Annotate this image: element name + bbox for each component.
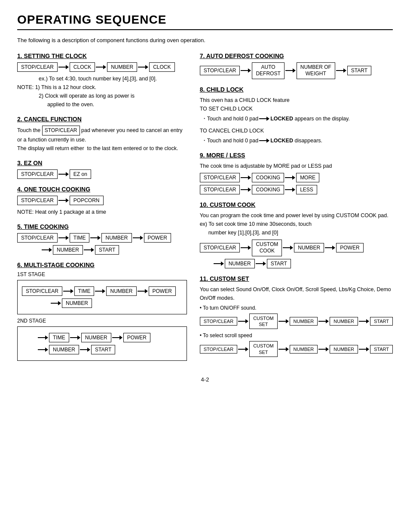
child-lock-set-label: TO SET CHILD LOCK [200,105,393,113]
section9-flow-more: STOP/CLEAR COOKING MORE [200,173,393,182]
section9-flow-less: STOP/CLEAR COOKING LESS [200,185,393,194]
section11-title: 11. CUSTOM SET [200,275,393,282]
section-one-touch: 4. ONE TOUCH COOKING STOP/CLEAR POPCORN … [17,186,187,216]
box-power-10: POWER [336,243,363,252]
box-cooking-9a: COOKING [252,173,284,182]
section11-flow2: STOP/CLEAR CUSTOMSET NUMBER NUMBER START [200,341,393,357]
box-stop-clear-9a: STOP/CLEAR [200,173,240,182]
box-start-11b: START [370,345,393,354]
section6-title: 6. MULTI-STAGE COOKING [17,261,187,268]
box-start-10: START [267,259,291,268]
left-column: 1. SETTING THE CLOCK STOP/CLEAR CLOCK NU… [17,52,187,368]
box-number-6b: NUMBER [62,298,92,308]
stop-clear-inline: STOP/CLEAR [42,126,80,135]
section10-text3: number key [1],[0],[3], and [0] [200,228,393,237]
right-column: 7. AUTO DEFROST COOKING STOP/CLEAR AUTOD… [200,52,393,368]
stage2-flow1: TIME NUMBER POWER [22,333,182,342]
section7-flow: STOP/CLEAR AUTODEFROST NUMBER OFWEIGHT S… [200,62,393,79]
section-custom-cook: 10. CUSTOM COOK You can program the cook… [200,201,393,268]
box-ezon: EZ on [70,169,91,179]
arrow-11b [278,319,290,323]
box-number-11b: NUMBER [330,317,358,326]
note2: 2) Clock will operate as long as power i… [17,92,187,100]
box-stop-clear-9b: STOP/CLEAR [200,185,240,194]
section4-note: NOTE: Heat only 1 package at a time [17,208,187,216]
arrow-10c [324,246,336,250]
arrow-10d [213,261,225,266]
section10-title: 10. CUSTOM COOK [200,201,393,208]
section-cancel-function: 2. CANCEL FUNCTION Touch the STOP/CLEAR … [17,116,187,153]
section1-notes: ex.) To set 4:30, touch number key [4],[… [17,74,187,109]
box-stop-clear-6a: STOP/CLEAR [22,286,62,296]
box-popcorn: POPCORN [70,196,104,205]
arrow-10b [282,246,294,250]
box-number-5: NUMBER [101,233,132,243]
box-power-6a: POWER [149,286,176,296]
arrow-6a [62,289,74,293]
section2-title: 2. CANCEL FUNCTION [17,116,187,123]
stage1-bordered: STOP/CLEAR TIME NUMBER POWER NUMBER [17,280,187,314]
box-more: MORE [296,173,319,182]
box-stop-clear-4: STOP/CLEAR [17,196,58,205]
arrow-3a [58,172,70,176]
arrow-1a [58,65,70,69]
section10-body: You can program the cook time and power … [200,211,393,237]
arrow-lock1 [258,117,270,121]
section1-flow: STOP/CLEAR CLOCK NUMBER CLOCK [17,62,187,72]
arrow-9a [240,175,252,180]
arrow-9c [240,188,252,192]
section2-text1: Touch the [17,127,42,133]
section2-body: Touch the STOP/CLEAR pad whenever you ne… [17,126,187,153]
arrow-6i [79,347,91,352]
section10-text2: ex) To set cook time 10 mine 30seconds, … [200,220,393,228]
arrow-10a [240,246,252,250]
locked-text-1: LOCKED [270,114,293,123]
section11-sub1-label: • To turn ON/OFF sound. [200,305,393,311]
section-auto-defrost: 7. AUTO DEFROST COOKING STOP/CLEAR AUTOD… [200,52,393,79]
child-lock-intro: This oven has a CHILD LOCK feature [200,96,393,105]
arrow-9b [284,175,296,180]
arrow-5e [83,248,95,252]
arrow-11g [318,347,330,351]
box-time-5: TIME [70,233,90,243]
box-start-5: START [95,245,119,255]
section11-body: You can select Sound On/Off, Clock On/Of… [200,285,393,302]
bullet-cancel: ・Touch and hold 0 pad [202,136,259,145]
note1: NOTE: 1) This is a 12 hour clock. [17,83,187,92]
arrow-11a [237,319,249,323]
box-custom-set-11b: CUSTOMSET [249,341,277,357]
section-more-less: 9. MORE / LESS The cook time is adjustab… [200,152,393,194]
arrow-5b [89,236,101,240]
arrow-6b [94,289,106,293]
arrow-11f [278,347,290,351]
stage2-label: 2ND STAGE [17,318,187,324]
box-start-7: START [347,66,371,75]
box-number-5b: NUMBER [53,245,83,255]
section10-flow2: NUMBER START [200,259,393,268]
arrow-4a [58,198,70,203]
box-stop-clear-1: STOP/CLEAR [17,62,58,72]
bullet-set: ・Touch and hold 0 pad [202,114,259,123]
section-ez-on: 3. EZ ON STOP/CLEAR EZ on [17,160,187,179]
arrow-1c [137,65,149,69]
section5-title: 5. TIME COOKING [17,223,187,230]
box-number-1: NUMBER [107,62,137,72]
note-ex1: ex.) To set 4:30, touch number key [4],[… [17,74,187,83]
box-stop-clear-10: STOP/CLEAR [200,243,240,252]
section5-flow1: STOP/CLEAR TIME NUMBER POWER [17,233,187,243]
arrow-11e [237,347,249,351]
box-start-11a: START [370,317,393,326]
box-start-6: START [91,345,115,354]
stage1-label: 1ST STAGE [17,271,187,277]
child-lock-set-instruction: ・Touch and hold 0 pad LOCKED appears on … [200,114,393,123]
box-number-6d: NUMBER [49,345,79,354]
section3-flow: STOP/CLEAR EZ on [17,169,187,179]
box-number-6c: NUMBER [81,333,111,342]
box-number-11d: NUMBER [330,345,358,354]
box-clock-1b: CLOCK [149,62,174,72]
box-number-6a: NUMBER [106,286,136,296]
box-stop-clear-7: STOP/CLEAR [200,66,240,75]
section-child-lock: 8. CHILD LOCK This oven has a CHILD LOCK… [200,86,393,145]
box-number-10b: NUMBER [225,259,255,268]
arrow-5a [58,236,70,240]
